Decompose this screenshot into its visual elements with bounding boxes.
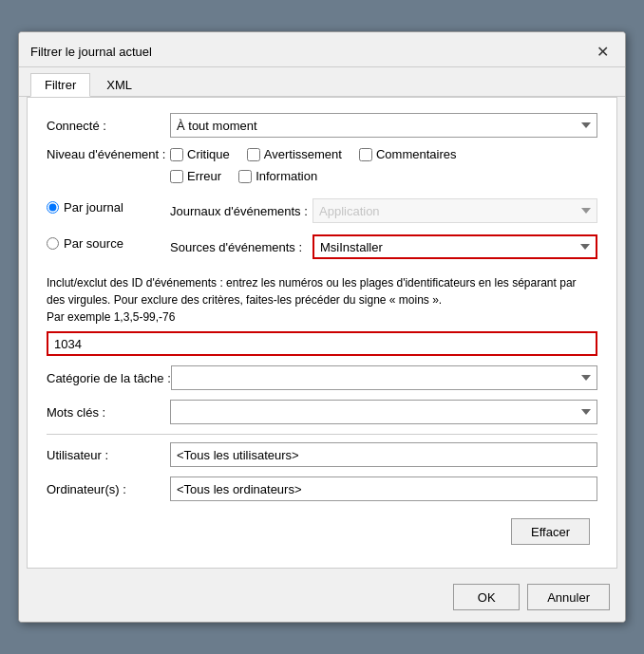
cancel-button[interactable]: Annuler	[527, 584, 610, 610]
checkbox-commentaires-input[interactable]	[359, 148, 372, 161]
par-source-radio[interactable]	[47, 237, 59, 250]
par-source-row: Par source Sources d'événements : MsiIns…	[47, 234, 597, 265]
sources-fields: Sources d'événements : MsiInstaller	[170, 234, 597, 265]
event-id-input[interactable]	[47, 331, 597, 356]
checkbox-erreur-input[interactable]	[170, 170, 183, 183]
par-journal-label: Par journal	[64, 200, 123, 215]
divider-1	[47, 434, 597, 435]
computer-input[interactable]	[170, 476, 597, 501]
par-journal-row: Par journal Journaux d'événements : Appl…	[47, 198, 597, 229]
checkbox-critique-input[interactable]	[170, 148, 183, 161]
checkbox-critique-label: Critique	[187, 147, 230, 161]
par-journal-radio-col: Par journal	[47, 198, 170, 215]
clear-btn-row: Effacer	[47, 511, 597, 552]
tab-xml[interactable]: XML	[92, 73, 146, 96]
dialog: Filtrer le journal actuel ✕ Filtrer XML …	[18, 31, 626, 623]
journaux-label: Journaux d'événements :	[170, 204, 313, 218]
connected-control: À tout moment	[170, 113, 597, 138]
checkbox-information-label: Information	[256, 169, 317, 183]
user-row: Utilisateur :	[47, 442, 597, 467]
checkbox-information-input[interactable]	[238, 170, 252, 183]
computer-label: Ordinateur(s) :	[47, 482, 170, 496]
user-label: Utilisateur :	[47, 448, 170, 462]
description-example: Par exemple 1,3,5-99,-76	[47, 310, 175, 324]
journaux-select[interactable]: Application	[313, 198, 597, 223]
connected-select[interactable]: À tout moment	[170, 113, 597, 138]
keywords-control	[170, 400, 597, 424]
title-bar: Filtrer le journal actuel ✕	[19, 32, 625, 67]
keywords-row: Mots clés :	[47, 400, 597, 424]
tab-content: Connecté : À tout moment Niveau d'événem…	[27, 97, 617, 569]
computer-control	[170, 476, 597, 501]
checkbox-commentaires-label: Commentaires	[376, 147, 457, 161]
connected-label: Connecté :	[47, 119, 170, 133]
checkbox-information: Information	[238, 169, 317, 183]
event-id-row	[47, 331, 597, 356]
par-journal-radio[interactable]	[47, 201, 59, 214]
task-select[interactable]	[171, 365, 597, 390]
dialog-title: Filtrer le journal actuel	[30, 45, 152, 59]
radio-source-section: Par journal Journaux d'événements : Appl…	[47, 198, 597, 265]
journaux-control: Application	[313, 198, 597, 223]
checkbox-erreur-label: Erreur	[187, 169, 221, 183]
task-label: Catégorie de la tâche :	[47, 371, 171, 385]
checkbox-avertissement-input[interactable]	[247, 148, 260, 161]
task-control	[171, 365, 597, 390]
journaux-row: Journaux d'événements : Application	[170, 198, 597, 223]
keywords-select[interactable]	[170, 400, 597, 424]
sources-select[interactable]: MsiInstaller	[313, 234, 597, 259]
task-row: Catégorie de la tâche :	[47, 365, 597, 390]
keywords-label: Mots clés :	[47, 405, 170, 420]
checkbox-erreur: Erreur	[170, 169, 221, 183]
checkbox-critique: Critique	[170, 147, 230, 161]
checkbox-avertissement: Avertissement	[247, 147, 342, 161]
ok-button[interactable]: OK	[453, 584, 520, 610]
tabs-bar: Filtrer XML	[19, 67, 625, 97]
checkbox-commentaires: Commentaires	[359, 147, 457, 161]
close-button[interactable]: ✕	[591, 40, 614, 63]
tab-filtrer[interactable]: Filtrer	[30, 73, 90, 97]
sources-label: Sources d'événements :	[170, 240, 313, 254]
journaux-fields: Journaux d'événements : Application	[170, 198, 597, 229]
checkbox-group-2: Erreur Information	[170, 169, 334, 189]
par-source-label: Par source	[64, 236, 123, 251]
checkbox-group: Critique Avertissement Commentaires	[170, 147, 473, 167]
par-source-radio-col: Par source	[47, 234, 170, 251]
sources-control: MsiInstaller	[313, 234, 597, 259]
checkbox-avertissement-label: Avertissement	[264, 147, 342, 161]
computer-row: Ordinateur(s) :	[47, 476, 597, 501]
bottom-buttons: OK Annuler	[19, 576, 625, 622]
description-text: Inclut/exclut des ID d'événements : entr…	[47, 274, 597, 326]
event-level-section: Niveau d'événement : Critique Avertissem…	[47, 147, 597, 189]
clear-button[interactable]: Effacer	[511, 518, 590, 545]
user-control	[170, 442, 597, 467]
user-input[interactable]	[170, 442, 597, 467]
sources-row: Sources d'événements : MsiInstaller	[170, 234, 597, 259]
event-level-label: Niveau d'événement :	[47, 147, 170, 161]
connected-row: Connecté : À tout moment	[47, 113, 597, 138]
